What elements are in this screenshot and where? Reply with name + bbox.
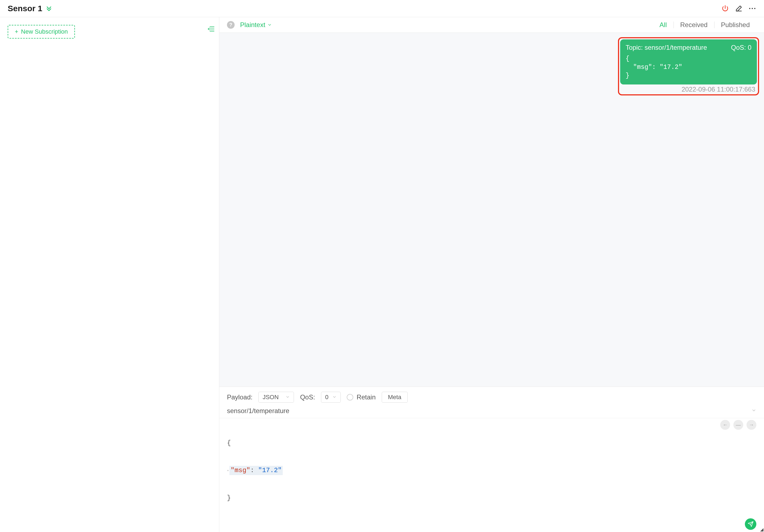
qos-select[interactable]: 0 bbox=[321, 392, 341, 403]
resize-handle-icon[interactable] bbox=[760, 528, 763, 531]
payload-label: Payload: bbox=[227, 393, 252, 401]
editor-brace-open: { bbox=[227, 439, 231, 447]
edit-icon[interactable] bbox=[735, 5, 743, 12]
header-left: Sensor 1 bbox=[8, 4, 52, 13]
retain-label: Retain bbox=[357, 393, 375, 401]
payload-editor[interactable]: { ▾"msg": "17.2" } bbox=[227, 420, 756, 521]
chevron-down-icon bbox=[286, 394, 290, 401]
help-icon[interactable]: ? bbox=[227, 21, 235, 29]
header-right: ··· bbox=[721, 4, 756, 13]
format-select[interactable]: Plaintext bbox=[240, 21, 272, 29]
filter-tab-all[interactable]: All bbox=[653, 21, 673, 29]
new-subscription-label: New Subscription bbox=[21, 28, 68, 35]
qos-label: QoS: bbox=[300, 393, 315, 401]
chevron-double-down-icon[interactable] bbox=[46, 5, 52, 12]
publish-editor-area: { ▾"msg": "17.2" } ← — → bbox=[219, 418, 764, 532]
editor-history-buttons: ← — → bbox=[720, 420, 756, 430]
message-timestamp: 2022-09-06 11:00:17:663 bbox=[620, 85, 757, 93]
payload-format-value: JSON bbox=[263, 394, 279, 401]
message-body: { "msg": "17.2" } bbox=[626, 55, 751, 80]
header: Sensor 1 ··· bbox=[0, 0, 764, 17]
main: + New Subscription ? Plaintext All Recei… bbox=[0, 17, 764, 532]
fold-icon: ▾ bbox=[227, 469, 229, 473]
sidebar: + New Subscription bbox=[0, 17, 219, 532]
message-qos: QoS: 0 bbox=[731, 44, 751, 51]
collapse-sidebar-icon[interactable] bbox=[208, 25, 215, 34]
message-highlight: Topic: sensor/1/temperature QoS: 0 { "ms… bbox=[618, 37, 759, 95]
format-label: Plaintext bbox=[240, 21, 265, 29]
message-card-header: Topic: sensor/1/temperature QoS: 0 bbox=[626, 44, 751, 51]
filter-tab-received[interactable]: Received bbox=[674, 21, 714, 29]
history-next-button[interactable]: → bbox=[746, 420, 756, 430]
message-topic: Topic: sensor/1/temperature bbox=[626, 44, 707, 51]
editor-key: "msg" bbox=[231, 467, 250, 474]
publish-options: Payload: JSON QoS: 0 Retain bbox=[219, 387, 764, 406]
publish-topic-input[interactable]: sensor/1/temperature bbox=[227, 407, 289, 415]
new-subscription-button[interactable]: + New Subscription bbox=[8, 25, 75, 39]
meta-button[interactable]: Meta bbox=[382, 392, 408, 403]
editor-value: "17.2" bbox=[258, 467, 282, 474]
more-icon[interactable]: ··· bbox=[749, 4, 756, 13]
payload-format-select[interactable]: JSON bbox=[259, 392, 294, 403]
filter-bar: ? Plaintext All Received Published bbox=[219, 17, 764, 33]
message-list: Topic: sensor/1/temperature QoS: 0 { "ms… bbox=[219, 33, 764, 387]
publish-topic-row: sensor/1/temperature bbox=[219, 406, 764, 418]
publish-panel: Payload: JSON QoS: 0 Retain bbox=[219, 387, 764, 532]
message-wrapper: Topic: sensor/1/temperature QoS: 0 { "ms… bbox=[224, 37, 759, 95]
content: ? Plaintext All Received Published bbox=[219, 17, 764, 532]
radio-icon bbox=[347, 394, 353, 401]
editor-colon: : bbox=[250, 467, 258, 474]
qos-value: 0 bbox=[325, 394, 328, 401]
connection-title: Sensor 1 bbox=[8, 4, 42, 13]
editor-brace-close: } bbox=[227, 494, 231, 502]
history-clear-button[interactable]: — bbox=[733, 420, 743, 430]
chevron-down-icon[interactable] bbox=[751, 408, 756, 414]
history-prev-button[interactable]: ← bbox=[720, 420, 730, 430]
chevron-down-icon bbox=[268, 23, 272, 27]
filter-tab-published[interactable]: Published bbox=[714, 21, 756, 29]
power-icon[interactable] bbox=[721, 5, 729, 12]
filter-left: ? Plaintext bbox=[227, 21, 272, 29]
filter-right: All Received Published bbox=[653, 21, 756, 29]
send-button[interactable] bbox=[745, 518, 756, 530]
retain-toggle[interactable]: Retain bbox=[347, 393, 375, 401]
plus-icon: + bbox=[15, 28, 18, 35]
chevron-down-icon bbox=[332, 394, 337, 401]
message-card[interactable]: Topic: sensor/1/temperature QoS: 0 { "ms… bbox=[620, 39, 757, 85]
